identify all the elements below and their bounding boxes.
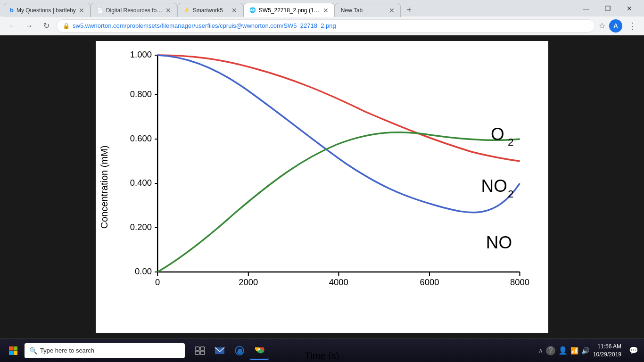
taskbar-apps <box>190 341 269 360</box>
x-axis-label: Time (s) <box>305 351 339 362</box>
help-icon[interactable]: ? <box>546 346 555 355</box>
taskbar-edge[interactable] <box>230 341 249 360</box>
speaker-icon[interactable]: 🔊 <box>581 347 589 354</box>
svg-rect-31 <box>200 351 205 354</box>
tab-favicon-4: 🌐 <box>249 7 256 13</box>
tab-label-3: Smartwork5 <box>193 7 223 14</box>
tab-label-5: New Tab <box>341 7 363 14</box>
tab-label-4: SW5_22718_2.png (1670×1140 <box>259 7 320 14</box>
svg-rect-27 <box>14 351 18 355</box>
tab-label-1: My Questions | bartleby <box>17 7 76 14</box>
notification-button[interactable]: 💬 <box>629 346 638 355</box>
start-button[interactable] <box>4 341 23 360</box>
network-icon[interactable]: 📶 <box>570 347 578 354</box>
svg-rect-28 <box>195 347 199 350</box>
no2-label: NO <box>481 176 507 196</box>
forward-button[interactable]: → <box>23 19 36 33</box>
close-button[interactable]: ✕ <box>619 0 640 16</box>
windows-logo-icon <box>8 346 18 355</box>
title-bar: b My Questions | bartleby ✕ 📄 Digital Re… <box>0 0 644 16</box>
o2-curve <box>157 55 520 161</box>
svg-text:0.00: 0.00 <box>135 267 152 276</box>
svg-rect-29 <box>200 347 205 350</box>
chrome-icon <box>254 345 264 355</box>
tab-digital-resources[interactable]: 📄 Digital Resources for Chemistr… ✕ <box>91 3 177 17</box>
hidden-icons-button[interactable]: ∧ <box>538 347 543 354</box>
task-view-icon <box>195 346 205 355</box>
svg-text:0.400: 0.400 <box>130 178 152 188</box>
address-bar: ← → ↻ 🔒 sw5.wwnorton.com/problemsets/fil… <box>0 16 644 35</box>
clock-date: 10/29/2019 <box>593 351 621 359</box>
svg-text:8000: 8000 <box>510 278 529 287</box>
svg-text:2000: 2000 <box>239 278 258 287</box>
bookmark-star-icon[interactable]: ☆ <box>599 21 605 30</box>
chart-svg: 0.00 0.200 0.400 0.600 0.800 1.000 <box>133 50 529 296</box>
taskbar-mail[interactable] <box>210 341 229 360</box>
clock[interactable]: 11:56 AM 10/29/2019 <box>593 343 625 359</box>
no2-subscript: 2 <box>508 188 514 200</box>
tab-favicon-2: 📄 <box>97 7 103 13</box>
svg-text:6000: 6000 <box>420 278 439 287</box>
minimize-button[interactable]: — <box>575 0 597 16</box>
tab-sw5-png[interactable]: 🌐 SW5_22718_2.png (1670×1140 ✕ <box>243 3 335 17</box>
no-curve <box>157 55 520 213</box>
tab-close-5[interactable]: ✕ <box>389 7 395 14</box>
svg-text:1.000: 1.000 <box>130 50 152 59</box>
tab-close-2[interactable]: ✕ <box>165 7 171 14</box>
more-options-button[interactable]: ⋮ <box>626 21 638 31</box>
content-area: Concentration (mM) 0.00 0.200 0.400 <box>0 35 644 338</box>
svg-rect-26 <box>9 351 13 355</box>
o2-label: O <box>491 124 504 144</box>
tab-strip: b My Questions | bartleby ✕ 📄 Digital Re… <box>4 0 575 16</box>
tab-favicon-1: b <box>10 7 14 14</box>
search-placeholder-text: Type here to search <box>40 347 94 354</box>
svg-rect-25 <box>14 346 18 351</box>
svg-rect-30 <box>195 351 199 354</box>
mail-icon <box>215 346 225 355</box>
search-bar[interactable]: 🔍 Type here to search <box>25 343 185 358</box>
system-tray: ∧ ? 👤 📶 🔊 <box>538 346 589 355</box>
tab-smartwork[interactable]: ⚡ Smartwork5 ✕ <box>177 3 243 17</box>
clock-time: 11:56 AM <box>593 343 621 351</box>
tab-bartleby[interactable]: b My Questions | bartleby ✕ <box>4 3 91 17</box>
svg-text:4000: 4000 <box>329 278 348 287</box>
svg-text:0.800: 0.800 <box>130 90 152 99</box>
new-tab-button[interactable]: + <box>403 3 416 16</box>
y-axis-label: Concentration (mM) <box>99 145 110 229</box>
tab-close-1[interactable]: ✕ <box>79 7 84 14</box>
lock-icon: 🔒 <box>63 23 70 29</box>
no2-curve <box>157 132 520 272</box>
tab-label-2: Digital Resources for Chemistr… <box>106 7 163 14</box>
svg-text:0.200: 0.200 <box>130 222 152 232</box>
svg-text:0: 0 <box>155 278 160 287</box>
o2-subscript: 2 <box>508 136 514 148</box>
svg-rect-24 <box>9 346 13 351</box>
svg-text:0.600: 0.600 <box>130 134 152 143</box>
people-icon[interactable]: 👤 <box>558 346 568 355</box>
taskbar-chrome[interactable] <box>250 341 269 360</box>
edge-icon <box>234 346 245 356</box>
url-text: sw5.wwnorton.com/problemsets/filemanager… <box>73 22 336 29</box>
tab-new[interactable]: New Tab ✕ <box>335 3 401 17</box>
tab-close-3[interactable]: ✕ <box>231 7 237 14</box>
no-label: NO <box>486 233 512 252</box>
maximize-button[interactable]: ❐ <box>597 0 619 16</box>
chart-container: Concentration (mM) 0.00 0.200 0.400 <box>96 41 548 333</box>
profile-button[interactable]: A <box>609 19 622 33</box>
tab-favicon-3: ⚡ <box>183 7 190 13</box>
taskbar-task-view[interactable] <box>190 341 209 360</box>
tab-close-4[interactable]: ✕ <box>323 7 329 14</box>
back-button[interactable]: ← <box>6 19 19 33</box>
browser-frame: b My Questions | bartleby ✕ 📄 Digital Re… <box>0 0 644 362</box>
url-bar[interactable]: 🔒 sw5.wwnorton.com/problemsets/filemanag… <box>57 19 595 33</box>
taskbar-right: ∧ ? 👤 📶 🔊 11:56 AM 10/29/2019 💬 <box>538 343 640 359</box>
reload-button[interactable]: ↻ <box>40 19 53 33</box>
window-controls: — ❐ ✕ <box>575 0 640 16</box>
search-icon: 🔍 <box>29 347 37 354</box>
